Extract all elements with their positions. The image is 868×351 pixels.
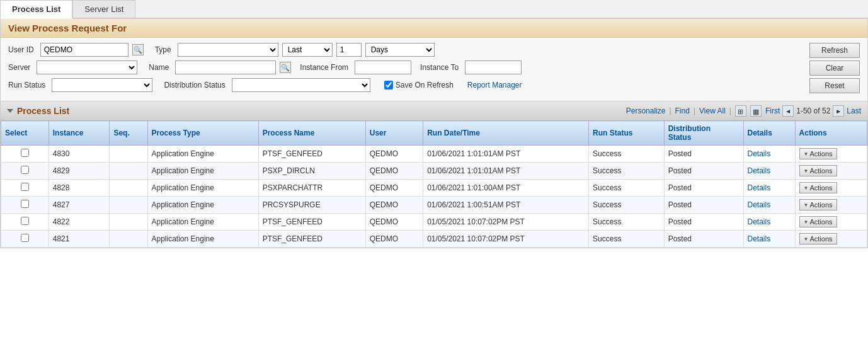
actions-btn-2[interactable]: Actions <box>799 182 837 193</box>
report-manager-link[interactable]: Report Manager <box>467 81 522 89</box>
collapse-icon[interactable] <box>7 109 13 113</box>
type-label: Type <box>155 45 171 54</box>
cell-run-datetime-0: 01/06/2021 1:01:01AM PST <box>423 146 589 163</box>
name-input[interactable] <box>175 60 276 74</box>
cell-instance-3: 4827 <box>49 197 110 214</box>
cell-process-name-0: PTSF_GENFEED <box>258 146 365 163</box>
cell-seq-2 <box>110 180 147 197</box>
cell-run-status-5: Success <box>589 231 665 248</box>
distribution-status-label: Distribution Status <box>164 81 225 89</box>
cell-process-name-1: PSXP_DIRCLN <box>258 163 365 180</box>
personalize-link[interactable]: Personalize <box>626 106 666 115</box>
section-title-area: Process List <box>7 106 69 116</box>
cell-instance-1: 4829 <box>49 163 110 180</box>
process-list-title: Process List <box>17 106 69 116</box>
cell-instance-5: 4821 <box>49 231 110 248</box>
cell-user-3: QEDMO <box>365 197 423 214</box>
table-row: 4830 Application Engine PTSF_GENFEED QED… <box>1 146 867 163</box>
refresh-button[interactable]: Refresh <box>809 43 860 58</box>
cell-process-name-2: PSXPARCHATTR <box>258 180 365 197</box>
name-search-icon[interactable]: 🔍 <box>280 62 291 73</box>
details-link-1[interactable]: Details <box>748 166 771 175</box>
row-checkbox-3[interactable] <box>21 200 29 208</box>
first-nav[interactable]: First <box>765 106 780 115</box>
server-label: Server <box>8 63 30 72</box>
details-link-3[interactable]: Details <box>748 200 771 209</box>
days-value-input[interactable] <box>336 43 362 57</box>
cell-distribution-status-2: Posted <box>664 180 743 197</box>
actions-btn-3[interactable]: Actions <box>799 199 837 210</box>
run-status-select[interactable] <box>52 78 152 92</box>
userid-search-icon[interactable]: 🔍 <box>132 44 144 55</box>
details-link-2[interactable]: Details <box>748 183 771 192</box>
cell-user-1: QEDMO <box>365 163 423 180</box>
cell-process-type-3: Application Engine <box>147 197 258 214</box>
cell-process-name-4: PTSF_GENFEED <box>258 214 365 231</box>
type-select[interactable]: Application Engine SQR Report SQR Proces… <box>178 43 278 57</box>
last-nav[interactable]: Last <box>847 106 861 115</box>
save-on-refresh-label: Save On Refresh <box>396 81 454 89</box>
next-btn[interactable]: ► <box>833 105 844 117</box>
actions-btn-1[interactable]: Actions <box>799 165 837 176</box>
last-select[interactable]: Last First <box>282 43 333 57</box>
details-link-4[interactable]: Details <box>748 217 771 226</box>
cell-distribution-status-0: Posted <box>664 146 743 163</box>
row-checkbox-1[interactable] <box>21 166 29 174</box>
process-table: Select Instance Seq. Process Type Proces… <box>1 120 867 248</box>
col-instance: Instance <box>49 121 110 146</box>
cell-run-datetime-1: 01/06/2021 1:01:01AM PST <box>423 163 589 180</box>
view-all-link[interactable]: View All <box>699 106 726 115</box>
save-on-refresh-checkbox[interactable] <box>384 81 393 89</box>
col-run-datetime: Run Date/Time <box>423 121 589 146</box>
section-controls: Personalize | Find | View All | ⊞ ▦ Firs… <box>626 105 861 117</box>
grid-icon[interactable]: ⊞ <box>735 105 746 117</box>
actions-btn-4[interactable]: Actions <box>799 216 837 227</box>
col-details: Details <box>743 121 795 146</box>
cell-user-0: QEDMO <box>365 146 423 163</box>
prev-btn[interactable]: ◄ <box>782 105 794 117</box>
details-link-0[interactable]: Details <box>748 149 771 158</box>
process-list-section: Process List Personalize | Find | View A… <box>0 101 868 248</box>
row-checkbox-2[interactable] <box>21 183 29 191</box>
cell-seq-1 <box>110 163 147 180</box>
tab-server-list[interactable]: Server List <box>72 0 135 18</box>
cell-distribution-status-3: Posted <box>664 197 743 214</box>
cell-process-name-5: PTSF_GENFEED <box>258 231 365 248</box>
cell-user-2: QEDMO <box>365 180 423 197</box>
cell-run-datetime-3: 01/06/2021 1:00:51AM PST <box>423 197 589 214</box>
clear-button[interactable]: Clear <box>809 60 860 76</box>
cell-distribution-status-5: Posted <box>664 231 743 248</box>
row-checkbox-4[interactable] <box>21 217 29 225</box>
find-link[interactable]: Find <box>675 106 690 115</box>
tab-process-list[interactable]: Process List <box>0 0 72 19</box>
instance-to-input[interactable] <box>465 60 522 74</box>
cell-process-type-1: Application Engine <box>147 163 258 180</box>
instance-from-input[interactable] <box>355 60 411 74</box>
col-process-type: Process Type <box>147 121 258 146</box>
view-header-title: View Process Request For <box>8 23 127 33</box>
reset-button[interactable]: Reset <box>809 78 860 93</box>
details-link-5[interactable]: Details <box>748 234 771 243</box>
col-seq: Seq. <box>110 121 147 146</box>
cell-process-type-0: Application Engine <box>147 146 258 163</box>
cell-run-status-1: Success <box>589 163 665 180</box>
actions-btn-0[interactable]: Actions <box>799 148 837 159</box>
col-select: Select <box>1 121 49 146</box>
row-checkbox-0[interactable] <box>21 149 29 157</box>
col-process-name: Process Name <box>258 121 365 146</box>
cell-process-type-4: Application Engine <box>147 214 258 231</box>
instance-to-label: Instance To <box>420 63 459 72</box>
actions-btn-5[interactable]: Actions <box>799 233 837 245</box>
table-icon[interactable]: ▦ <box>750 105 762 117</box>
cell-run-datetime-4: 01/05/2021 10:07:02PM PST <box>423 214 589 231</box>
userid-input[interactable] <box>40 43 128 57</box>
server-select[interactable] <box>37 60 137 74</box>
cell-process-type-5: Application Engine <box>147 231 258 248</box>
name-label: Name <box>149 63 169 72</box>
days-select[interactable]: Days Hours Minutes <box>365 43 435 57</box>
col-distribution-status: DistributionStatus <box>664 121 743 146</box>
distribution-status-select[interactable] <box>232 78 370 92</box>
cell-instance-0: 4830 <box>49 146 110 163</box>
view-header: View Process Request For <box>0 19 868 38</box>
row-checkbox-5[interactable] <box>21 234 29 242</box>
